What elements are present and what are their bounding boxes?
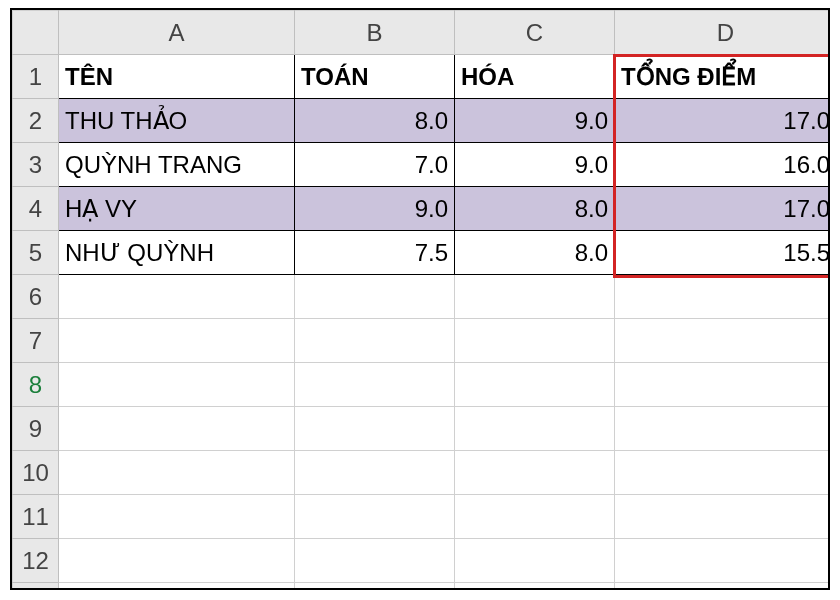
row-header-13[interactable]: 13 (13, 583, 59, 591)
cell-C5[interactable]: 8.0 (455, 231, 615, 275)
cell-B7[interactable] (295, 319, 455, 363)
cell-C1[interactable]: HÓA (455, 55, 615, 99)
cell-A6[interactable] (59, 275, 295, 319)
spreadsheet-grid[interactable]: A B C D 1 TÊN TOÁN HÓA TỔNG ĐIỂM 2 THU T… (12, 10, 830, 590)
cell-C10[interactable] (455, 451, 615, 495)
row-header-8[interactable]: 8 (13, 363, 59, 407)
row-header-12[interactable]: 12 (13, 539, 59, 583)
cell-B10[interactable] (295, 451, 455, 495)
cell-A3[interactable]: QUỲNH TRANG (59, 143, 295, 187)
cell-D1[interactable]: TỔNG ĐIỂM (615, 55, 831, 99)
cell-B2[interactable]: 8.0 (295, 99, 455, 143)
cell-B4[interactable]: 9.0 (295, 187, 455, 231)
select-all-corner[interactable] (13, 11, 59, 55)
cell-C2[interactable]: 9.0 (455, 99, 615, 143)
cell-B11[interactable] (295, 495, 455, 539)
cell-B6[interactable] (295, 275, 455, 319)
cell-D2[interactable]: 17.0 (615, 99, 831, 143)
cell-A7[interactable] (59, 319, 295, 363)
row-header-2[interactable]: 2 (13, 99, 59, 143)
cell-C8[interactable] (455, 363, 615, 407)
cell-C3[interactable]: 9.0 (455, 143, 615, 187)
cell-D8[interactable] (615, 363, 831, 407)
data-row: 3 QUỲNH TRANG 7.0 9.0 16.0 (13, 143, 831, 187)
cell-C13[interactable] (455, 583, 615, 591)
data-row: 4 HẠ VY 9.0 8.0 17.0 (13, 187, 831, 231)
column-header-row: A B C D (13, 11, 831, 55)
cell-B8[interactable] (295, 363, 455, 407)
col-header-A[interactable]: A (59, 11, 295, 55)
cell-A13[interactable] (59, 583, 295, 591)
cell-A4[interactable]: HẠ VY (59, 187, 295, 231)
cell-C9[interactable] (455, 407, 615, 451)
cell-D5[interactable]: 15.5 (615, 231, 831, 275)
header-row: 1 TÊN TOÁN HÓA TỔNG ĐIỂM (13, 55, 831, 99)
data-row: 2 THU THẢO 8.0 9.0 17.0 (13, 99, 831, 143)
data-row: 5 NHƯ QUỲNH 7.5 8.0 15.5 (13, 231, 831, 275)
row-header-9[interactable]: 9 (13, 407, 59, 451)
cell-A5[interactable]: NHƯ QUỲNH (59, 231, 295, 275)
cell-A1[interactable]: TÊN (59, 55, 295, 99)
cell-C7[interactable] (455, 319, 615, 363)
cell-B3[interactable]: 7.0 (295, 143, 455, 187)
cell-C12[interactable] (455, 539, 615, 583)
row-header-5[interactable]: 5 (13, 231, 59, 275)
cell-C4[interactable]: 8.0 (455, 187, 615, 231)
cell-D4[interactable]: 17.0 (615, 187, 831, 231)
cell-B13[interactable] (295, 583, 455, 591)
cell-D12[interactable] (615, 539, 831, 583)
cell-B5[interactable]: 7.5 (295, 231, 455, 275)
cell-D10[interactable] (615, 451, 831, 495)
row-header-6[interactable]: 6 (13, 275, 59, 319)
cell-D11[interactable] (615, 495, 831, 539)
cell-D6[interactable] (615, 275, 831, 319)
cell-D9[interactable] (615, 407, 831, 451)
col-header-D[interactable]: D (615, 11, 831, 55)
cell-B9[interactable] (295, 407, 455, 451)
cell-A8[interactable] (59, 363, 295, 407)
cell-D7[interactable] (615, 319, 831, 363)
cell-A10[interactable] (59, 451, 295, 495)
col-header-B[interactable]: B (295, 11, 455, 55)
cell-A2[interactable]: THU THẢO (59, 99, 295, 143)
row-header-10[interactable]: 10 (13, 451, 59, 495)
cell-B1[interactable]: TOÁN (295, 55, 455, 99)
cell-B12[interactable] (295, 539, 455, 583)
cell-C11[interactable] (455, 495, 615, 539)
cell-D13[interactable] (615, 583, 831, 591)
cell-A9[interactable] (59, 407, 295, 451)
cell-A12[interactable] (59, 539, 295, 583)
row-header-7[interactable]: 7 (13, 319, 59, 363)
spreadsheet-frame: A B C D 1 TÊN TOÁN HÓA TỔNG ĐIỂM 2 THU T… (10, 8, 830, 590)
col-header-C[interactable]: C (455, 11, 615, 55)
row-header-1[interactable]: 1 (13, 55, 59, 99)
cell-A11[interactable] (59, 495, 295, 539)
row-header-11[interactable]: 11 (13, 495, 59, 539)
row-header-4[interactable]: 4 (13, 187, 59, 231)
cell-D3[interactable]: 16.0 (615, 143, 831, 187)
row-header-3[interactable]: 3 (13, 143, 59, 187)
cell-C6[interactable] (455, 275, 615, 319)
